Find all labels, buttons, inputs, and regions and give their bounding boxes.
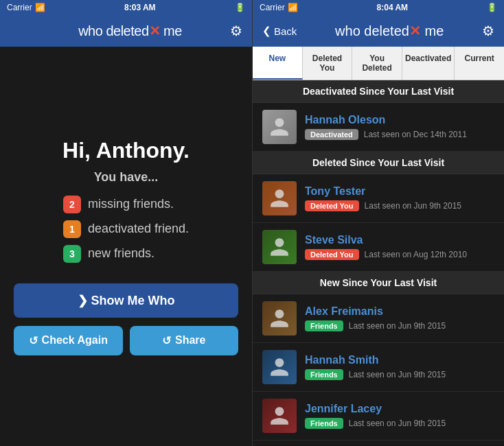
stat-missing: 2 missing friends. xyxy=(63,196,189,213)
friend-name: Steve Silva xyxy=(305,234,494,246)
last-seen: Last seen on Jun 9th 2015 xyxy=(349,419,446,428)
check-again-label: Check Again xyxy=(42,334,108,347)
friend-info: Hannah Smith Friends Last seen on Jun 9t… xyxy=(305,354,494,380)
back-chevron-icon: ❮ xyxy=(262,25,271,37)
last-seen: Last seen on Jun 9th 2015 xyxy=(349,321,446,331)
last-seen: Last seen on Jun 9th 2015 xyxy=(349,370,446,379)
list-item[interactable]: Tony Tester Deleted You Last seen on Jun… xyxy=(253,174,504,223)
status-badge: Deleted You xyxy=(305,200,359,211)
status-badge: Friends xyxy=(305,418,343,429)
friend-name: Hannah Smith xyxy=(305,354,494,366)
last-seen: Last seen on Jun 9th 2015 xyxy=(365,201,461,211)
share-button[interactable]: ↺ Share xyxy=(130,326,239,355)
person-icon xyxy=(268,187,290,209)
last-seen: Last seen on Aug 12th 2010 xyxy=(365,250,467,259)
status-badge: Friends xyxy=(305,320,343,331)
right-status-left: Carrier 📶 xyxy=(260,3,298,12)
person-icon xyxy=(268,307,290,329)
you-have-text: You have... xyxy=(94,170,159,185)
left-settings-icon[interactable]: ⚙ xyxy=(230,23,242,39)
left-time: 8:03 AM xyxy=(124,3,156,12)
avatar xyxy=(262,230,297,264)
friend-name: Jennifer Lacey xyxy=(305,403,494,415)
right-status-bar: Carrier 📶 8:04 AM 🔋 xyxy=(253,0,504,15)
left-status-right: 🔋 xyxy=(235,3,245,12)
avatar xyxy=(262,110,297,144)
list-item[interactable]: Hannah Smith Friends Last seen on Jun 9t… xyxy=(253,343,504,392)
right-navbar: ❮ Back who deleted✕ me ⚙ xyxy=(253,15,504,47)
badge-missing: 2 xyxy=(63,196,81,213)
last-seen: Last seen on Dec 14th 2011 xyxy=(364,130,467,139)
friend-info: Steve Silva Deleted You Last seen on Aug… xyxy=(305,234,494,260)
person-icon xyxy=(268,405,290,427)
friend-meta: Friends Last seen on Jun 9th 2015 xyxy=(305,320,494,331)
greeting-text: Hi, Anthony. xyxy=(62,138,190,163)
friend-meta: Friends Last seen on Jun 9th 2015 xyxy=(305,418,494,429)
right-title-x: ✕ xyxy=(409,23,421,38)
friend-info: Hannah Oleson Deactivated Last seen on D… xyxy=(305,114,494,140)
stats-list: 2 missing friends. 1 deactivated friend.… xyxy=(63,196,189,263)
list-item[interactable]: Hannah Oleson Deactivated Last seen on D… xyxy=(253,103,504,152)
share-label: Share xyxy=(175,334,205,347)
friend-name: Alex Freimanis xyxy=(305,305,494,318)
left-status-bar: Carrier 📶 8:03 AM 🔋 xyxy=(0,0,252,15)
tab-new[interactable]: New xyxy=(253,47,303,80)
deleted-section-header: Deleted Since Your Last Visit xyxy=(253,152,504,174)
right-battery-icon: 🔋 xyxy=(487,3,497,12)
friend-info: Jennifer Lacey Friends Last seen on Jun … xyxy=(305,403,494,429)
badge-new: 3 xyxy=(63,245,81,263)
stat-missing-label: missing friends. xyxy=(88,197,174,211)
share-icon: ↺ xyxy=(162,334,171,347)
right-scroll-content: Deactivated Since Your Last Visit Hannah… xyxy=(253,80,504,446)
left-battery-icon: 🔋 xyxy=(235,3,245,12)
badge-deactivated: 1 xyxy=(63,220,81,238)
tab-you-deleted[interactable]: You Deleted xyxy=(352,47,402,80)
friend-name: Hannah Oleson xyxy=(305,114,494,126)
status-badge: Deactivated xyxy=(305,129,358,140)
stat-new: 3 new friends. xyxy=(63,245,189,263)
back-label: Back xyxy=(274,25,297,37)
left-navbar: who deleted✕ me ⚙ xyxy=(0,15,252,47)
tab-deleted-you[interactable]: Deleted You xyxy=(303,47,353,80)
person-icon xyxy=(268,236,290,258)
friend-meta: Deleted You Last seen on Jun 9th 2015 xyxy=(305,200,494,211)
check-again-button[interactable]: ↺ Check Again xyxy=(14,326,123,355)
stat-deactivated: 1 deactivated friend. xyxy=(63,220,189,238)
status-badge: Friends xyxy=(305,369,343,380)
right-panel: Carrier 📶 8:04 AM 🔋 ❮ Back who deleted✕ … xyxy=(252,0,504,446)
deactivated-section-header: Deactivated Since Your Last Visit xyxy=(253,80,504,103)
right-time: 8:04 AM xyxy=(377,3,409,12)
avatar xyxy=(262,350,297,384)
left-wifi-icon: 📶 xyxy=(35,3,45,12)
list-item[interactable]: Alex Freimanis Friends Last seen on Jun … xyxy=(253,294,504,343)
friend-meta: Deactivated Last seen on Dec 14th 2011 xyxy=(305,129,494,140)
friend-meta: Friends Last seen on Jun 9th 2015 xyxy=(305,369,494,380)
left-carrier: Carrier xyxy=(7,3,32,12)
tab-deactivated[interactable]: Deactivated xyxy=(402,47,455,80)
friend-meta: Deleted You Last seen on Aug 12th 2010 xyxy=(305,249,494,260)
bottom-buttons: ↺ Check Again ↺ Share xyxy=(14,326,238,355)
list-item[interactable]: Jennifer Lacey Friends Last seen on Jun … xyxy=(253,392,504,441)
left-panel: Carrier 📶 8:03 AM 🔋 who deleted✕ me ⚙ Hi… xyxy=(0,0,252,446)
right-settings-icon[interactable]: ⚙ xyxy=(482,23,494,39)
right-wifi-icon: 📶 xyxy=(288,3,298,12)
check-again-icon: ↺ xyxy=(29,334,38,347)
friend-name: Tony Tester xyxy=(305,185,494,198)
back-button[interactable]: ❮ Back xyxy=(262,25,297,37)
list-item[interactable]: Steve Silva Deleted You Last seen on Aug… xyxy=(253,223,504,272)
left-main-content: Hi, Anthony. You have... 2 missing frien… xyxy=(0,47,252,446)
stat-deactivated-label: deactivated friend. xyxy=(88,222,189,236)
show-me-who-button[interactable]: ❯ Show Me Who xyxy=(14,283,238,318)
person-icon xyxy=(268,356,290,378)
status-badge: Deleted You xyxy=(305,249,359,260)
left-title-x: ✕ xyxy=(149,23,161,38)
left-app-title: who deleted✕ me xyxy=(78,23,182,39)
left-status-left: Carrier 📶 xyxy=(7,3,45,12)
right-carrier: Carrier xyxy=(260,3,285,12)
tab-current[interactable]: Current xyxy=(455,47,504,80)
avatar xyxy=(262,399,297,433)
avatar xyxy=(262,301,297,336)
right-status-right: 🔋 xyxy=(487,3,497,12)
right-app-title: who deleted✕ me xyxy=(335,23,444,39)
tabs-bar: New Deleted You You Deleted Deactivated … xyxy=(253,47,504,80)
